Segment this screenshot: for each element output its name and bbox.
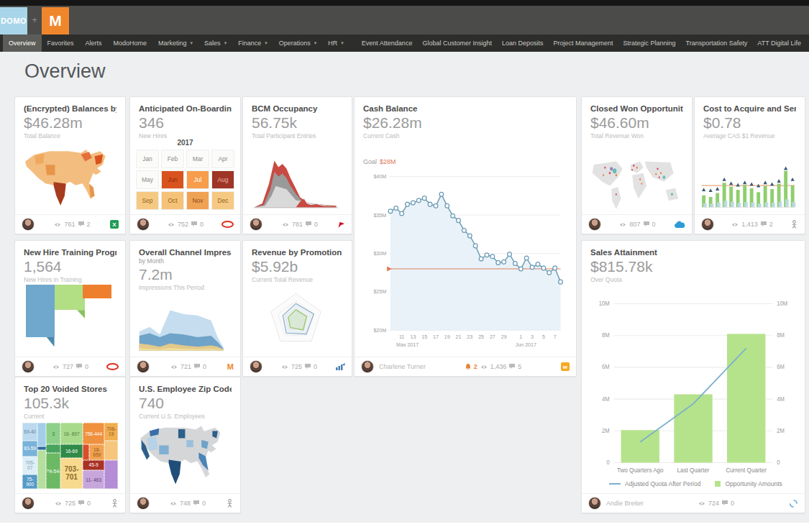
svg-text:May 2017: May 2017 (396, 341, 419, 347)
calendar-month-cell: Sep (136, 191, 159, 210)
nav-item-label: Transportation Safety (686, 40, 748, 47)
card-title: Overall Channel Impressi... (139, 248, 232, 257)
nav-item-global-customer-insight[interactable]: Global Customer Insight (417, 35, 497, 52)
nav-item-project-management[interactable]: Project Management (548, 35, 618, 52)
nav-item-label: Alerts (86, 40, 102, 47)
nav-item-label: ATT Digital Life (757, 40, 801, 47)
treemap-cell: 18- 659 (89, 444, 104, 459)
card-revenue-by-promotion[interactable]: Revenue by Promotion $5.92b Current Tota… (242, 240, 352, 377)
calendar-month-cell: Mar (186, 150, 209, 168)
nav-item-label: HR (328, 40, 337, 47)
avatar (701, 218, 714, 231)
svg-text:0: 0 (777, 459, 780, 466)
card-title: Sales Attainment (590, 248, 796, 257)
calendar-month-cell: Jan (136, 150, 159, 168)
nav-item-att-digital-life[interactable]: ATT Digital Life (752, 35, 806, 52)
nav-item-marketing[interactable]: Marketing▾ (152, 35, 198, 52)
card-title: BCM Occupancy (252, 104, 343, 113)
treemap-cell: 75-900 (22, 474, 37, 489)
nav-item-loan-deposits[interactable]: Loan Deposits (497, 35, 549, 52)
card-bcm-occupancy[interactable]: BCM Occupancy 56.75k Total Participant E… (242, 96, 352, 234)
card-title: Anticipated On-Boarding... (139, 104, 232, 113)
svg-text:$20M: $20M (373, 327, 386, 334)
svg-text:7: 7 (554, 334, 557, 340)
svg-text:$35M: $35M (373, 211, 386, 218)
views-count: 725 (291, 363, 302, 370)
chevron-down-icon: ▾ (341, 40, 344, 46)
card-voided-stores[interactable]: Top 20 Voided Stores 105.3k Current 69-4… (14, 377, 126, 513)
card-new-hire-training[interactable]: New Hire Training Progre.. 1,564 New Hir… (14, 240, 126, 377)
card-footer: 748 0 (130, 493, 240, 513)
card-subtitle: Current (24, 413, 116, 420)
domo-logo[interactable]: DOMO (0, 7, 27, 35)
card-footer: Andie Breiter 724 0 (582, 493, 805, 513)
nav-item-hr[interactable]: HR▾ (322, 35, 349, 52)
views-count: 807 (629, 221, 640, 228)
card-subtitle: Total Balance (24, 132, 116, 139)
calendar-month-cell: Jun (161, 170, 184, 189)
nav-item-favorites[interactable]: Favorites (42, 35, 80, 52)
card-sales-attainment[interactable]: Sales Attainment $815.78k Over Quota 10M… (581, 240, 805, 513)
nav-item-modohome[interactable]: ModoHome (108, 35, 153, 52)
card-cash-balance[interactable]: Cash Balance $26.28m Current Cash Goal$2… (354, 96, 577, 377)
views-count: 724 (708, 500, 719, 507)
comments-icon (722, 500, 728, 506)
card-stats: 1,413 2 (731, 221, 773, 228)
card-value: 346 (139, 114, 232, 132)
nav-item-alerts[interactable]: Alerts (80, 35, 108, 52)
calendar-month-cell: Feb (161, 150, 184, 168)
nav-item-sales[interactable]: Sales▾ (198, 35, 232, 52)
card-stats: 752 0 (168, 221, 204, 228)
card-footer: 725 0 (15, 493, 125, 513)
legend-line-swatch (609, 483, 621, 485)
modocorp-logo[interactable]: M (42, 7, 69, 35)
treemap-cell: 45-9 (83, 460, 105, 471)
salesforce-cloud-icon (674, 221, 685, 229)
treemap-cell (46, 444, 60, 453)
views-icon (54, 222, 61, 227)
alerts-count: 2 (474, 363, 477, 370)
chart-legend: Adjusted Quota After Period Opportunity … (590, 479, 796, 490)
mekko-chart (21, 282, 119, 351)
nav-item-event-attendance[interactable]: Event Attendance (357, 35, 418, 52)
comments-icon (761, 221, 767, 227)
avatar (22, 497, 35, 510)
comments-count: 0 (85, 363, 88, 370)
svg-text:10M: 10M (777, 301, 787, 307)
card-anticipated-onboarding[interactable]: Anticipated On-Boarding... 346 New Hires… (129, 96, 241, 234)
card-stats: 761 2 (54, 221, 90, 228)
card-subtitle: Total Revenue Won (590, 132, 683, 139)
svg-text:Current Quarter: Current Quarter (726, 467, 767, 474)
nav-left-group: OverviewFavoritesAlertsModoHomeMarketing… (3, 35, 349, 52)
nav-item-label: Marketing (158, 40, 187, 47)
comments-count: 0 (203, 363, 206, 370)
views-icon (698, 501, 705, 506)
avatar (137, 218, 150, 231)
nav-item-operations[interactable]: Operations▾ (273, 35, 323, 52)
card-employee-zipcode[interactable]: U.S. Employee Zip Code D.. 740 Current U… (129, 377, 241, 513)
calendar-month-cell: Jul (186, 170, 209, 189)
card-footer: Charlene Turner 2 1,436 5 w (355, 357, 576, 376)
card-value: $46.28m (24, 114, 116, 132)
nav-item-finance[interactable]: Finance▾ (232, 35, 273, 52)
card-closed-won[interactable]: Closed Won Opportunitie.. $46.60m Total … (581, 96, 693, 234)
views-icon (281, 364, 288, 370)
nav-item-overview[interactable]: Overview (3, 35, 42, 52)
card-owner: Charlene Turner (379, 363, 426, 370)
views-icon (170, 501, 177, 506)
treemap-cell (37, 450, 46, 489)
card-title: Cost to Acquire and Servi... (703, 104, 796, 113)
avatar (22, 218, 35, 231)
nav-item-label: Operations (279, 40, 311, 47)
card-cost-to-acquire[interactable]: Cost to Acquire and Servi... $0.78 Avera… (694, 96, 805, 234)
comments-count: 5 (518, 363, 521, 370)
nav-item-strategic-planning[interactable]: Strategic Planning (618, 35, 681, 52)
calendar-month-cell: Aug (211, 170, 234, 189)
views-count: 752 (178, 221, 188, 228)
card-footer: 752 0 (130, 214, 240, 234)
card-balances-by-state[interactable]: (Encrypted) Balances by S.. $46.28m Tota… (14, 96, 126, 234)
goal-label: Goal (363, 158, 377, 165)
nav-item-transportation-safety[interactable]: Transportation Safety (681, 35, 753, 52)
card-channel-impressions[interactable]: Overall Channel Impressi... by Month 7.2… (129, 240, 241, 377)
goal-row: Goal$28M (363, 158, 567, 165)
